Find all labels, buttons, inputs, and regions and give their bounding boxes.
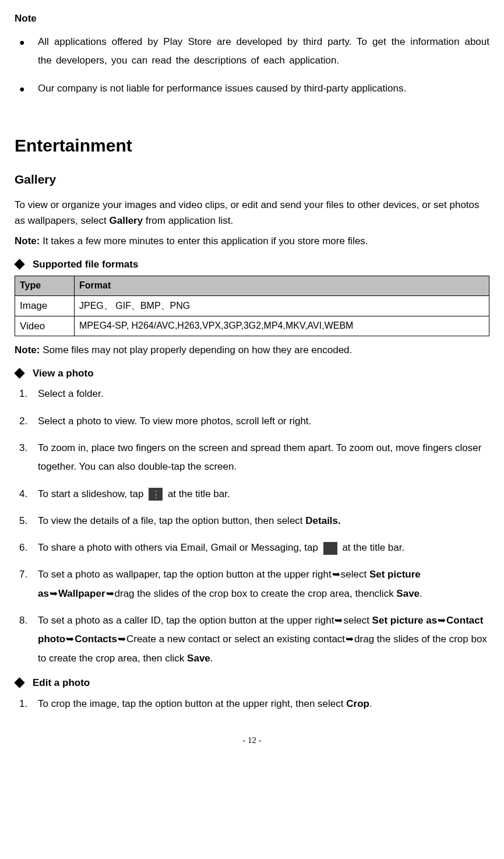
text: To view or organize your images and vide… xyxy=(15,199,480,226)
list-item: To start a slideshow, tap at the title b… xyxy=(19,485,489,504)
text: at the title bar. xyxy=(342,542,404,553)
text: To start a slideshow, tap xyxy=(38,488,146,499)
cell-format: MPEG4-SP, H264/AVC,H263,VPX,3GP,3G2,MP4,… xyxy=(75,316,489,336)
list-item: To set a photo as a caller ID, tap the o… xyxy=(19,611,489,668)
cell-format: JPEG、 GIF、BMP、PNG xyxy=(75,295,489,316)
arrow-icon: ➥ xyxy=(66,633,74,645)
list-item: To view the details of a file, tap the o… xyxy=(19,512,489,530)
text: drag the slides of the crop box to creat… xyxy=(115,588,397,599)
text: select xyxy=(343,615,372,626)
formats-table: Type Format Image JPEG、 GIF、BMP、PNG Vide… xyxy=(15,276,489,336)
arrow-icon: ➥ xyxy=(332,569,340,580)
gallery-note: Note: It takes a few more minutes to ent… xyxy=(15,233,489,249)
cell-type: Video xyxy=(15,316,75,336)
text-bold: Gallery xyxy=(110,215,143,226)
edit-photo-heading: Edit a photo xyxy=(15,676,489,690)
text: . xyxy=(420,588,422,599)
list-item: To zoom in, place two fingers on the scr… xyxy=(19,439,489,477)
gallery-intro: To view or organize your images and vide… xyxy=(15,197,489,228)
th-format: Format xyxy=(75,276,489,295)
note-label: Note: xyxy=(15,235,40,247)
text-bold: Details. xyxy=(305,515,340,526)
note-bullet: Our company is not liable for performanc… xyxy=(19,79,489,98)
table-row: Video MPEG4-SP, H264/AVC,H263,VPX,3GP,3G… xyxy=(15,316,489,336)
slideshow-icon xyxy=(149,488,163,501)
note-bullet: All applications offered by Play Store a… xyxy=(19,33,489,71)
note-heading: Note xyxy=(15,12,489,26)
text: . xyxy=(210,653,213,664)
text: To view the details of a file, tap the o… xyxy=(38,515,305,526)
arrow-icon: ➥ xyxy=(346,633,354,645)
table-header-row: Type Format xyxy=(15,276,489,295)
edit-photo-steps: To crop the image, tap the option button… xyxy=(15,695,489,713)
view-photo-heading: View a photo xyxy=(15,367,489,381)
text: select xyxy=(341,569,369,580)
text-bold: Wallpaper xyxy=(58,588,105,599)
share-icon xyxy=(323,542,337,555)
text: from application list. xyxy=(143,215,233,226)
arrow-icon: ➥ xyxy=(334,615,343,626)
text: To crop the image, tap the option button… xyxy=(38,698,346,709)
text: To set a photo as wallpaper, tap the opt… xyxy=(38,569,332,580)
diamond-icon xyxy=(14,678,24,688)
cell-type: Image xyxy=(15,295,75,316)
th-type: Type xyxy=(15,276,75,295)
heading-text: Edit a photo xyxy=(33,676,90,690)
diamond-icon xyxy=(14,259,24,269)
text: To set a photo as a caller ID, tap the o… xyxy=(38,615,334,626)
arrow-icon: ➥ xyxy=(118,633,126,645)
arrow-icon: ➥ xyxy=(106,588,114,599)
note-label: Note: xyxy=(15,344,40,355)
text: at the title bar. xyxy=(168,488,230,499)
text-bold: Crop xyxy=(346,698,369,709)
list-item: To crop the image, tap the option button… xyxy=(19,695,489,713)
text-bold: Save xyxy=(396,588,420,599)
supported-formats-heading: Supported file formats xyxy=(15,258,489,272)
text: Create a new contact or select an existi… xyxy=(126,633,345,645)
text: . xyxy=(369,698,372,709)
diamond-icon xyxy=(14,368,24,378)
arrow-icon: ➥ xyxy=(438,615,446,626)
note-text: Some files may not play properly dependi… xyxy=(40,344,352,355)
list-item: To share a photo with others via Email, … xyxy=(19,538,489,557)
view-photo-steps: Select a folder. Select a photo to view.… xyxy=(15,385,489,668)
table-row: Image JPEG、 GIF、BMP、PNG xyxy=(15,295,489,316)
subsection-gallery: Gallery xyxy=(15,171,489,188)
note-bullet-list: All applications offered by Play Store a… xyxy=(15,33,489,98)
list-item: Select a folder. xyxy=(19,385,489,403)
text: To share a photo with others via Email, … xyxy=(38,542,321,553)
table-note: Note: Some files may not play properly d… xyxy=(15,342,489,358)
text-bold: Save xyxy=(187,653,210,664)
page-number: - 12 - xyxy=(15,734,489,747)
heading-text: Supported file formats xyxy=(33,258,138,272)
note-text: It takes a few more minutes to enter thi… xyxy=(40,235,368,247)
text-bold: Contacts xyxy=(75,633,117,645)
list-item: Select a photo to view. To view more pho… xyxy=(19,412,489,431)
heading-text: View a photo xyxy=(33,367,94,381)
arrow-icon: ➥ xyxy=(50,588,58,599)
section-entertainment: Entertainment xyxy=(15,133,489,158)
list-item: To set a photo as wallpaper, tap the opt… xyxy=(19,565,489,603)
text-bold: Set picture as xyxy=(372,615,438,626)
